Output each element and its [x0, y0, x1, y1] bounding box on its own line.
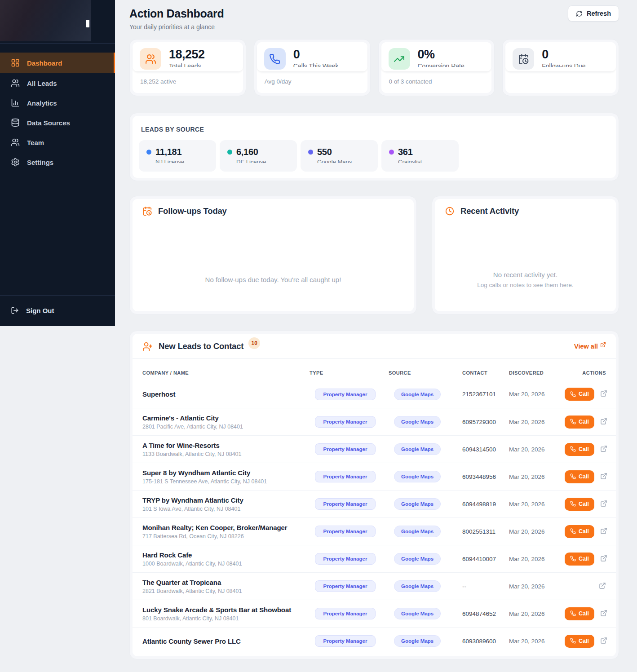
- call-button[interactable]: Call: [565, 525, 594, 538]
- lead-type-cell: Property Manager: [310, 635, 389, 647]
- lead-discovered: Mar 20, 2026: [502, 391, 565, 398]
- page-header: Action Dashboard Your daily priorities a…: [129, 7, 619, 31]
- stat-label: Follow-ups Due: [542, 62, 585, 67]
- lead-name: Carmine's - Atlantic City: [142, 414, 310, 422]
- call-button[interactable]: Call: [565, 470, 594, 483]
- view-all-link[interactable]: View all: [574, 343, 606, 350]
- stat-icon-box: [513, 48, 534, 70]
- lead-type-cell: Property Manager: [310, 553, 389, 565]
- open-link-button[interactable]: [599, 582, 606, 591]
- source-dot: [308, 150, 313, 155]
- sidebar-item-label: All Leads: [27, 80, 57, 87]
- table-row: A Time for Wine-Resorts 1133 Boardwalk, …: [133, 435, 616, 463]
- sign-out-button[interactable]: Sign Out: [0, 302, 115, 319]
- lead-actions-cell: Call: [565, 635, 607, 648]
- lead-name: A Time for Wine-Resorts: [142, 442, 310, 449]
- lead-name-cell: Atlantic County Sewer Pro LLC: [142, 637, 310, 645]
- external-link-icon: [600, 418, 607, 425]
- open-link-button[interactable]: [600, 555, 607, 563]
- database-icon: [11, 118, 20, 127]
- open-link-button[interactable]: [600, 637, 607, 645]
- call-button[interactable]: Call: [565, 443, 594, 456]
- call-label: Call: [579, 610, 589, 617]
- sidebar-item-all-leads[interactable]: All Leads: [0, 73, 115, 93]
- open-link-button[interactable]: [600, 390, 607, 398]
- lead-type-cell: Property Manager: [310, 608, 389, 619]
- external-link-icon: [600, 445, 607, 452]
- source-badge: Google Maps: [394, 471, 441, 482]
- table-row: Hard Rock Cafe 1000 Boardwalk, Atlantic …: [133, 545, 616, 572]
- open-link-button[interactable]: [600, 473, 607, 481]
- followups-title: Follow-ups Today: [158, 206, 227, 216]
- stat-value: 0: [293, 48, 339, 61]
- lead-discovered: Mar 20, 2026: [502, 473, 565, 480]
- stat-icon-box: [389, 48, 410, 70]
- lead-contact: 6093089600: [455, 638, 502, 645]
- leads-by-source-card: LEADS BY SOURCE 11,181 NJ License: [129, 113, 619, 181]
- lead-name-cell: Monihan Realty; Ken Cooper, Broker/Manag…: [142, 524, 310, 539]
- clock-icon: [445, 206, 455, 216]
- recent-activity-card: Recent Activity No recent activity yet. …: [432, 196, 619, 314]
- external-link-icon: [600, 500, 607, 507]
- lead-name-cell: Hard Rock Cafe 1000 Boardwalk, Atlantic …: [142, 551, 310, 567]
- source-dot: [146, 150, 151, 155]
- call-button[interactable]: Call: [565, 635, 594, 648]
- table-row: Lucky Snake Arcade & Sports Bar at Showb…: [133, 600, 616, 627]
- lead-discovered: Mar 20, 2026: [502, 446, 565, 453]
- sidebar-item-data-sources[interactable]: Data Sources: [0, 113, 115, 133]
- sidebar-item-analytics[interactable]: Analytics: [0, 93, 115, 113]
- open-link-button[interactable]: [600, 418, 607, 426]
- lead-actions-cell: Call: [565, 443, 607, 456]
- lead-actions-cell: Call: [565, 553, 607, 566]
- lead-type-cell: Property Manager: [310, 526, 389, 537]
- call-label: Call: [579, 556, 589, 562]
- calendar-clock-icon: [518, 53, 529, 65]
- lead-type-cell: Property Manager: [310, 580, 389, 592]
- table-header-row: COMPANY / NAME TYPE SOURCE CONTACT DISCO…: [133, 359, 616, 380]
- source-badge: Google Maps: [394, 526, 441, 537]
- source-label: NJ License: [155, 159, 208, 163]
- gear-icon: [11, 158, 20, 167]
- stat-subtext: 0 of 3 contacted: [381, 71, 492, 85]
- table-row: Super 8 by Wyndham Atlantic City 175-181…: [133, 463, 616, 490]
- stat-subtext: Avg 0/day: [257, 71, 367, 85]
- lead-name-cell: Lucky Snake Arcade & Sports Bar at Showb…: [142, 606, 310, 622]
- lead-type-cell: Property Manager: [310, 471, 389, 482]
- refresh-label: Refresh: [587, 10, 611, 17]
- user-plus-icon: [142, 341, 153, 352]
- sidebar-item-label: Team: [27, 139, 44, 146]
- sidebar-item-team[interactable]: Team: [0, 133, 115, 152]
- page-title: Action Dashboard: [129, 7, 224, 20]
- refresh-button[interactable]: Refresh: [568, 5, 619, 22]
- call-button[interactable]: Call: [565, 416, 594, 429]
- phone-icon: [570, 419, 576, 424]
- call-button[interactable]: Call: [565, 498, 594, 511]
- new-leads-header: New Leads to Contact 10 View all: [133, 334, 616, 359]
- table-body: Superhost Property Manager Google Maps 2…: [133, 380, 616, 654]
- sidebar-item-label: Data Sources: [27, 119, 70, 127]
- call-button[interactable]: Call: [565, 388, 594, 401]
- activity-empty-subtitle: Log calls or notes to see them here.: [477, 282, 574, 288]
- external-link-icon: [600, 527, 607, 535]
- users-icon: [145, 53, 156, 65]
- external-link-icon: [600, 342, 606, 348]
- open-link-button[interactable]: [600, 500, 607, 508]
- lead-actions-cell: Call: [565, 582, 606, 591]
- page-subtitle: Your daily priorities at a glance: [129, 23, 224, 31]
- lead-name-cell: Super 8 by Wyndham Atlantic City 175-181…: [142, 469, 310, 485]
- open-link-button[interactable]: [600, 610, 607, 618]
- open-link-button[interactable]: [600, 445, 607, 454]
- lead-address: 1133 Boardwalk, Atlantic City, NJ 08401: [142, 451, 310, 457]
- sidebar-item-settings[interactable]: Settings: [0, 152, 115, 172]
- call-button[interactable]: Call: [565, 607, 594, 620]
- lead-type-cell: Property Manager: [310, 443, 389, 455]
- lead-name-cell: Carmine's - Atlantic City 2801 Pacific A…: [142, 414, 310, 430]
- sidebar-item-dashboard[interactable]: Dashboard: [0, 53, 115, 73]
- lead-discovered: Mar 20, 2026: [502, 556, 565, 562]
- open-link-button[interactable]: [600, 527, 607, 536]
- lead-name-cell: The Quarter at Tropicana 2821 Boardwalk,…: [142, 579, 310, 594]
- lead-contact: 2152367101: [455, 391, 502, 398]
- call-label: Call: [579, 501, 589, 507]
- call-button[interactable]: Call: [565, 553, 594, 566]
- call-label: Call: [579, 419, 589, 425]
